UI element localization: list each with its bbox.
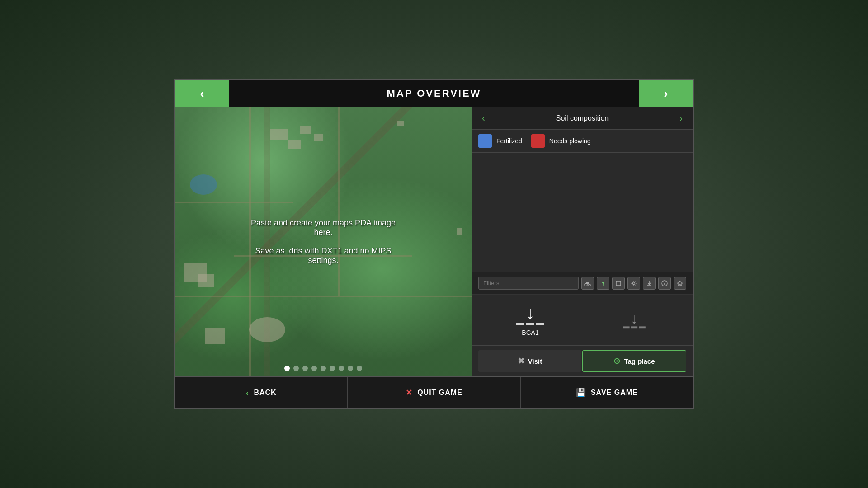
svg-point-10 — [664, 282, 665, 282]
visit-button[interactable]: ✖ Visit — [478, 350, 581, 372]
location-primary: ↓ BGA1 — [516, 304, 544, 336]
panel-header: ‹ Soil composition › — [472, 107, 693, 130]
content-area: Paste and create your maps PDA image her… — [175, 107, 693, 376]
bottom-bar: ‹ BACK ✕ QUIT GAME 💾 SAVE GAME — [175, 376, 693, 408]
filter-home-icon[interactable] — [674, 277, 686, 290]
filter-info-icon[interactable] — [658, 277, 671, 290]
filters-area — [472, 272, 693, 294]
svg-rect-5 — [616, 281, 621, 286]
header-title-area: MAP OVERVIEW — [229, 80, 639, 107]
line1 — [516, 323, 524, 325]
svg-point-1 — [589, 284, 590, 286]
road-v2 — [338, 107, 340, 296]
svg-rect-3 — [585, 283, 587, 284]
page-title: MAP OVERVIEW — [387, 88, 481, 99]
back-button[interactable]: ‹ BACK — [175, 377, 348, 408]
visit-label: Visit — [528, 357, 542, 365]
marker2 — [457, 228, 462, 235]
fertilized-color — [478, 134, 492, 148]
dot-3[interactable] — [302, 366, 308, 371]
building3 — [300, 126, 311, 134]
filter-download-icon[interactable] — [643, 277, 656, 290]
needs-plowing-color — [531, 134, 545, 148]
panel-prev-btn[interactable]: ‹ — [478, 112, 489, 124]
map-section: Paste and create your maps PDA image her… — [175, 107, 472, 376]
legend-needs-plowing: Needs plowing — [531, 134, 591, 148]
quit-button[interactable]: ✕ QUIT GAME — [348, 377, 520, 408]
marker1 — [397, 121, 404, 126]
back-label: BACK — [254, 389, 276, 397]
header: ‹ MAP OVERVIEW › — [175, 80, 693, 107]
dot-2[interactable] — [293, 366, 299, 371]
filter-gear-icon[interactable] — [627, 277, 640, 290]
tag-icon: ⊙ — [613, 356, 620, 366]
location-secondary: ↓ — [623, 311, 646, 328]
building6 — [198, 274, 214, 287]
filters-input[interactable] — [478, 277, 579, 290]
save-button[interactable]: 💾 SAVE GAME — [521, 377, 693, 408]
save-icon: 💾 — [576, 388, 586, 398]
download-icon-small: ↓ — [623, 311, 646, 328]
right-panel: ‹ Soil composition › Fertilized Needs pl… — [472, 107, 693, 376]
panel-empty — [472, 153, 693, 272]
road-h3 — [175, 296, 472, 297]
dot-1[interactable] — [284, 366, 290, 371]
legend-row: Fertilized Needs plowing — [472, 130, 693, 153]
fertilized-label: Fertilized — [496, 137, 522, 145]
line2 — [526, 323, 534, 325]
download-arrow-sm: ↓ — [631, 311, 638, 326]
filter-square-icon[interactable] — [612, 277, 625, 290]
download-arrow: ↓ — [526, 304, 535, 322]
quit-icon: ✕ — [406, 388, 413, 398]
tag-place-label: Tag place — [624, 357, 655, 365]
line-sm2 — [631, 326, 637, 328]
dot-9[interactable] — [357, 366, 362, 371]
map-background — [175, 107, 472, 376]
dot-4[interactable] — [311, 366, 317, 371]
building1 — [270, 129, 288, 140]
line-sm1 — [623, 326, 629, 328]
dot-5[interactable] — [321, 366, 326, 371]
panel-next-btn[interactable]: › — [676, 112, 686, 124]
download-icon-large: ↓ — [516, 304, 544, 325]
download-lines-sm — [623, 326, 646, 328]
visit-icon: ✖ — [518, 356, 524, 366]
filter-tractor-icon[interactable] — [581, 277, 594, 290]
prev-button[interactable]: ‹ — [175, 80, 229, 107]
road-h2 — [234, 255, 412, 257]
line3 — [536, 323, 544, 325]
tag-place-button[interactable]: ⊙ Tag place — [582, 350, 686, 372]
line-sm3 — [639, 326, 645, 328]
water-body — [190, 174, 217, 195]
needs-plowing-label: Needs plowing — [549, 137, 591, 145]
dot-8[interactable] — [348, 366, 353, 371]
main-window: ‹ MAP OVERVIEW › — [174, 79, 694, 409]
svg-point-6 — [633, 282, 635, 284]
dot-7[interactable] — [339, 366, 344, 371]
action-buttons: ✖ Visit ⊙ Tag place — [472, 345, 693, 376]
building7 — [205, 328, 225, 344]
download-lines — [516, 323, 544, 325]
road-h1 — [175, 202, 293, 203]
pagination — [284, 366, 362, 371]
save-label: SAVE GAME — [591, 389, 638, 397]
filters-row — [478, 277, 686, 290]
location-area: ↓ BGA1 ↓ — [472, 294, 693, 345]
panel-title: Soil composition — [489, 114, 676, 122]
next-button[interactable]: › — [639, 80, 693, 107]
building4 — [314, 134, 323, 141]
back-icon: ‹ — [246, 388, 250, 398]
location-name: BGA1 — [522, 329, 538, 336]
building2 — [288, 140, 301, 149]
road-v1 — [249, 107, 251, 376]
quit-label: QUIT GAME — [417, 389, 462, 397]
structure1 — [249, 317, 285, 342]
dot-6[interactable] — [330, 366, 335, 371]
legend-fertilized: Fertilized — [478, 134, 522, 148]
filter-plant-icon[interactable] — [597, 277, 609, 290]
